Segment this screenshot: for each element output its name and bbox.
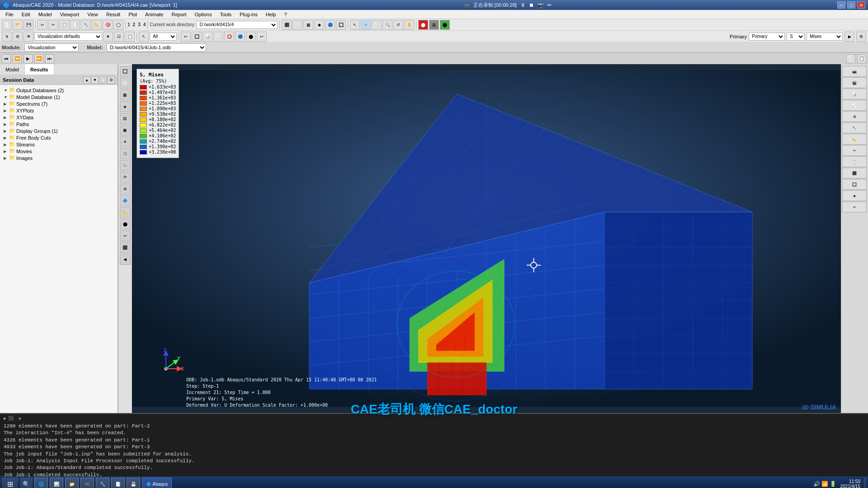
tb-btn5[interactable]: 🔧	[81, 20, 91, 30]
menu-file[interactable]: File	[2, 11, 17, 18]
workdir-select[interactable]: D:/work/4/0415/4	[196, 21, 278, 29]
vtb-btn3[interactable]: ▦	[120, 89, 131, 100]
primary-select[interactable]: Primary	[749, 33, 785, 41]
rip-btn8[interactable]: ✂	[842, 145, 867, 156]
rip-btn10[interactable]: ⬛	[842, 168, 867, 178]
menu-edit[interactable]: Edit	[18, 11, 34, 18]
sess-btn1[interactable]: ▲	[83, 76, 90, 84]
tb-btn1[interactable]: ↩	[38, 20, 47, 30]
menu-report[interactable]: Report	[168, 11, 190, 18]
tb2-btn11[interactable]: ⭕	[224, 32, 234, 42]
tree-item-images[interactable]: ▶ 📁 Images	[0, 155, 118, 161]
special-btn2[interactable]: ▥	[429, 20, 439, 30]
rip-btn13[interactable]: ↩	[842, 202, 867, 212]
first-frame-button[interactable]: ⏮	[2, 54, 11, 63]
rip-btn3[interactable]: 📊	[842, 89, 867, 99]
menu-view[interactable]: View	[84, 11, 102, 18]
console-expand[interactable]: ▶	[19, 416, 22, 421]
new-button[interactable]: 📄	[2, 20, 12, 30]
tree-item-display-groups[interactable]: ▶ 📁 Display Groups (1)	[0, 127, 118, 134]
taskbar-explorer[interactable]: 📁	[65, 478, 79, 488]
tb2-btn9[interactable]: 📊	[203, 32, 212, 42]
apply-btn[interactable]: ▶	[844, 32, 854, 42]
search-button[interactable]: 🔍	[20, 478, 33, 488]
s-select[interactable]: S	[787, 33, 805, 41]
open-button[interactable]: 📂	[13, 20, 23, 30]
tree-item-spectrums[interactable]: ▶ 📁 Spectrums (7)	[0, 100, 118, 107]
vtb-btn5[interactable]: ▤	[120, 113, 131, 124]
last-frame-button[interactable]: ⏭	[45, 54, 54, 63]
tb2-btn10[interactable]: ⬜	[213, 32, 223, 42]
tb2-arrow[interactable]: ▼	[103, 32, 113, 42]
tb-btn7[interactable]: 🎯	[103, 20, 113, 30]
vtb-btn4[interactable]: ◈	[120, 101, 131, 112]
special-btn3[interactable]: ⬤	[440, 20, 450, 30]
rip-btn9[interactable]: 📋	[842, 156, 867, 167]
menu-question[interactable]: ?	[280, 11, 290, 18]
maximize-button[interactable]: □	[847, 1, 855, 9]
rip-btn2[interactable]: 🎬	[842, 77, 867, 88]
rip-btn6[interactable]: 🔧	[842, 122, 867, 133]
tb2-btn1[interactable]: 🖱	[2, 32, 12, 42]
minimize-button[interactable]: ─	[837, 1, 845, 9]
console-area[interactable]: ▶ ⬛ ▶ 1200 elements have been generated …	[0, 413, 868, 476]
vtb-btn17[interactable]: ◀	[120, 254, 131, 265]
render-btn1[interactable]: ⬛	[282, 20, 292, 30]
tree-item-model-db[interactable]: ▼ 📁 Model Database (1)	[0, 94, 118, 100]
menu-plugins[interactable]: Plug-ins	[236, 11, 261, 18]
menu-model[interactable]: Model	[35, 11, 56, 18]
vtb-btn8[interactable]: ⬡	[120, 148, 131, 159]
vtb-btn15[interactable]: ↩	[120, 230, 131, 241]
vtb-btn13[interactable]: 📐	[120, 207, 131, 218]
tb2-btn14[interactable]: ↩	[257, 32, 267, 42]
tb-btn4[interactable]: 📑	[70, 20, 80, 30]
taskbar-browser[interactable]: 🌐	[34, 478, 48, 488]
vtb-btn16[interactable]: ⬛	[120, 242, 131, 253]
model-select[interactable]: D:/work/4/0415/4/Job-1.odb	[107, 43, 206, 52]
tb2-btn4[interactable]: ☑	[114, 32, 124, 42]
sess-btn4[interactable]: ⚙	[108, 76, 115, 84]
rip-btn1[interactable]: 📷	[842, 66, 867, 77]
vtb-btn2[interactable]: ⬜	[120, 78, 131, 89]
show-desktop-button[interactable]	[864, 478, 866, 488]
rip-btn5[interactable]: ⚙	[842, 111, 867, 122]
taskbar-app4[interactable]: 💾	[127, 478, 140, 488]
titlebar-controls[interactable]: ─ □ ✕	[837, 1, 865, 9]
results-tab[interactable]: Results	[25, 64, 54, 75]
tb2-btn5[interactable]: 📋	[125, 32, 135, 42]
tool-select[interactable]: ⬜	[372, 20, 382, 30]
vtb-btn1[interactable]: 🔲	[120, 66, 131, 77]
vtb-btn11[interactable]: ⊕	[120, 183, 131, 194]
render-btn4[interactable]: ◆	[314, 20, 324, 30]
menu-tools[interactable]: Tools	[216, 11, 235, 18]
menu-help[interactable]: Help	[262, 11, 280, 18]
taskbar-excel[interactable]: 📊	[50, 478, 63, 488]
next-frame-button[interactable]: ⏩	[34, 54, 43, 63]
tb2-btn8[interactable]: 🔲	[192, 32, 202, 42]
render-btn6[interactable]: 🔲	[336, 20, 346, 30]
tb2-btn12[interactable]: 🔵	[235, 32, 245, 42]
render-btn3[interactable]: ▦	[303, 20, 313, 30]
vtb-btn9[interactable]: ↑↓	[120, 160, 131, 171]
tb-btn2[interactable]: ✂	[48, 20, 58, 30]
collapse-btn[interactable]: 📋	[857, 54, 866, 63]
vtb-btn12[interactable]: 🔷	[120, 195, 131, 206]
menu-options[interactable]: Options	[191, 11, 215, 18]
taskbar-app2[interactable]: 🔧	[96, 478, 109, 488]
taskbar-app3[interactable]: 📑	[111, 478, 125, 488]
vtb-btn6[interactable]: ▣	[120, 125, 131, 136]
num2[interactable]: 2	[133, 22, 136, 27]
num3[interactable]: 3	[138, 22, 141, 27]
menu-plot[interactable]: Plot	[125, 11, 141, 18]
tree-item-paths[interactable]: ▶ 📁 Paths	[0, 121, 118, 127]
tree-item-freebody[interactable]: ▶ 📁 Free Body Cuts	[0, 134, 118, 141]
start-button[interactable]: ⊞	[2, 478, 18, 488]
tree-item-streams[interactable]: ▶ 📁 Streams	[0, 141, 118, 148]
viewport[interactable]: S, Mises (Avg: 75%) +1.633e+03 +1.497e+0…	[132, 64, 841, 413]
vis-defaults-select[interactable]: Visualization defaults	[34, 33, 102, 41]
module-select[interactable]: Visualization	[24, 43, 79, 52]
tree-item-xydata[interactable]: ▶ 📁 XYData	[0, 114, 118, 121]
tool-cursor[interactable]: ☞	[361, 20, 371, 30]
pan-btn[interactable]: ✋	[404, 20, 414, 30]
all-select[interactable]: All	[150, 33, 177, 41]
